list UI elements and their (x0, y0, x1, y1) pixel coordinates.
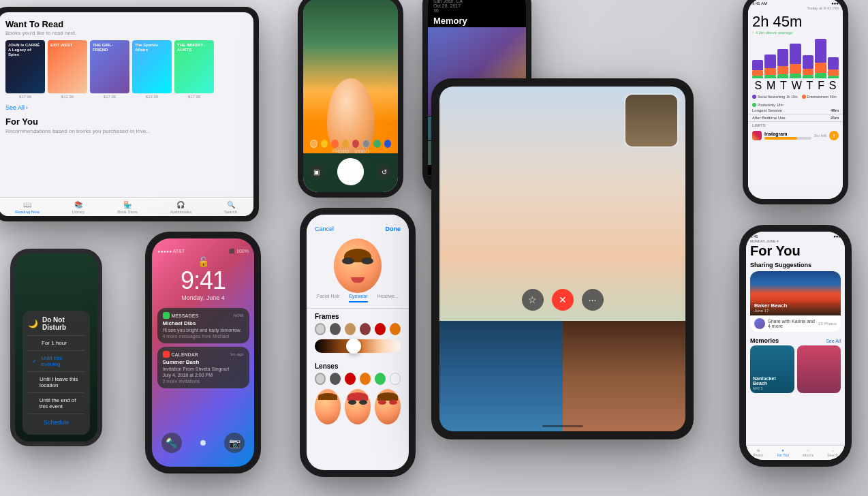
dnd-app: 🌙 Do Not Disturb For 1 hour ✓ Until this… (15, 253, 97, 441)
st-bar-social-f (815, 39, 826, 63)
st-avg: ↑ 4.2m above average (748, 31, 843, 37)
frame-color-none[interactable] (315, 323, 326, 335)
flip-camera-button[interactable]: ↺ (377, 165, 391, 179)
book-item-3[interactable]: THE GIRL- FRIEND $17.99 (90, 40, 129, 99)
tab-library[interactable]: 📚 Library (72, 200, 84, 214)
mode-photo[interactable]: PHOTO (332, 149, 349, 154)
frame-color-darkred[interactable] (360, 323, 371, 335)
lens-color-red[interactable] (345, 373, 356, 385)
book-item-4[interactable]: The Sparkle Affairs $14.99 (132, 40, 172, 99)
facetime-more-button[interactable]: ··· (582, 289, 604, 311)
fy-share-text: Share with Karina and 4 more (768, 319, 816, 328)
lens-color-dark[interactable] (330, 373, 341, 385)
instagram-name: Instagram (764, 131, 811, 136)
book-price-4: $14.99 (132, 95, 172, 99)
dnd-option-4[interactable]: Until the end of this event (28, 394, 84, 412)
fy-memory-name-1: NantucketBeach (753, 376, 792, 386)
st-bar-t1 (777, 49, 788, 78)
book-item-2[interactable]: EXIT WEST $12.99 (48, 40, 87, 99)
eyewear-tab[interactable]: Eyewear (349, 294, 367, 303)
messages-notification[interactable]: MESSAGES NOW Michael Dibs I'll see you b… (157, 308, 249, 343)
mode-video[interactable]: VIDEO (354, 149, 369, 154)
preset-1[interactable] (315, 389, 341, 424)
facetime-controls: ☆ ✕ ··· (522, 289, 604, 311)
fy-tab-bar: ⊞ Photos ♥ For You □ Albums ⌕ Search (746, 445, 845, 460)
gallery-button[interactable]: ▣ (310, 165, 324, 179)
fy-tab-albums[interactable]: □ Albums (803, 448, 814, 457)
book-item-1[interactable]: JOHN le CARRÉ A Legacy of Spies $17.99 (5, 40, 45, 99)
dnd-option-3[interactable]: Until I leave this location (28, 373, 84, 391)
legend-prod-label: Productivity (758, 103, 775, 107)
torch-button[interactable]: 🔦 (161, 433, 182, 453)
label-m: M (766, 80, 775, 92)
iphone-foryou-device: 9:41 ●●● MONDAY, JUNE 4 For You Sharing … (739, 225, 852, 467)
frame-color-brown[interactable] (345, 323, 356, 335)
headwear-tab[interactable]: Headwe... (377, 294, 399, 303)
preset-3[interactable] (375, 389, 401, 424)
tab-search[interactable]: 🔍 Search (224, 200, 237, 214)
ipad-home-indicator (542, 425, 583, 427)
st-bar-ent-w (790, 64, 801, 74)
frames-slider[interactable] (315, 339, 401, 353)
filter-color6 (384, 140, 391, 148)
frame-color-dark[interactable] (330, 323, 341, 335)
camera-modes: PHOTO VIDEO (332, 149, 369, 154)
filter-color2 (342, 140, 349, 148)
memoji-avatar (334, 242, 382, 290)
preset-2[interactable] (345, 389, 371, 424)
tab-reading-now[interactable]: 📖 Reading Now (15, 200, 40, 214)
messages-notif-time: NOW (234, 313, 244, 317)
shutter-button[interactable] (337, 158, 365, 185)
fy-memories-see-all[interactable]: See All (826, 339, 841, 343)
instagram-bar-container (764, 137, 811, 140)
fy-tab-photos[interactable]: ⊞ Photos (753, 448, 764, 457)
calendar-app-icon (163, 351, 170, 358)
fy-memory-card-2[interactable] (797, 345, 841, 393)
fy-tab-foryou[interactable]: ♥ For You (777, 448, 788, 457)
fy-tab-albums-label: Albums (803, 453, 814, 457)
books-grid: JOHN le CARRÉ A Legacy of Spies $17.99 E… (5, 40, 247, 99)
fy-memories-title: Memories (750, 337, 779, 344)
dnd-divider-5 (28, 414, 84, 414)
fy-memory-card-1[interactable]: NantucketBeach MAY 5 (750, 345, 794, 393)
camera-viewfinder (303, 0, 398, 153)
memoji-cancel-button[interactable]: Cancel (315, 226, 334, 232)
lens-color-clear[interactable] (390, 373, 401, 385)
fy-card-sub: June 17 (754, 309, 837, 313)
frames-slider-thumb (346, 339, 361, 354)
camera-lock-button[interactable]: 📷 (224, 433, 245, 453)
book-price-3: $17.99 (90, 95, 129, 99)
memoji-done-button[interactable]: Done (386, 226, 401, 232)
book-price-5: $17.99 (174, 95, 214, 99)
fy-tab-photos-label: Photos (753, 453, 764, 457)
facial-hair-tab[interactable]: Facial Hair (317, 294, 339, 303)
dnd-option-2[interactable]: ✓ Until this evening (28, 352, 84, 370)
label-t1: T (780, 80, 787, 92)
tab-reading-now-label: Reading Now (15, 210, 40, 214)
home-dot[interactable] (200, 440, 206, 446)
lens-color-green[interactable] (375, 373, 386, 385)
lens-color-none[interactable] (315, 373, 326, 385)
frame-color-red[interactable] (375, 323, 386, 335)
frame-color-orange[interactable] (390, 323, 401, 335)
tab-book-store[interactable]: 🏪 Book Store (117, 200, 138, 214)
fy-tab-search[interactable]: ⌕ Search (827, 448, 838, 457)
dnd-option-1[interactable]: For 1 hour (28, 337, 84, 349)
tab-audiobooks[interactable]: 🎧 Audiobooks (170, 200, 191, 214)
see-all-link[interactable]: See All › (5, 104, 247, 111)
lens-color-orange[interactable] (360, 373, 371, 385)
dnd-schedule-button[interactable]: Schedule (28, 416, 84, 429)
facetime-star-button[interactable]: ☆ (522, 289, 544, 311)
fy-share-avatar (754, 318, 765, 329)
calendar-notif-time: 1m ago (230, 352, 243, 356)
st-bar-social-w (790, 44, 801, 64)
messages-app-icon (163, 312, 170, 319)
lock-status-bar: ●●●●● AT&T ⬛ 100% (152, 249, 254, 254)
book-item-5[interactable]: THE IMMORT-ALISTS $17.99 (174, 40, 214, 99)
for-you-sub: Recommendations based on books you purch… (5, 128, 247, 134)
memoji-presets (307, 389, 409, 424)
facetime-end-button[interactable]: ✕ (552, 289, 574, 311)
avatar-face (334, 238, 382, 293)
fy-sharing-card[interactable]: Baker Beach June 17 Share with Karina an… (750, 271, 841, 332)
calendar-notification[interactable]: CALENDAR 1m ago Summer Bash Invitation F… (157, 347, 249, 388)
